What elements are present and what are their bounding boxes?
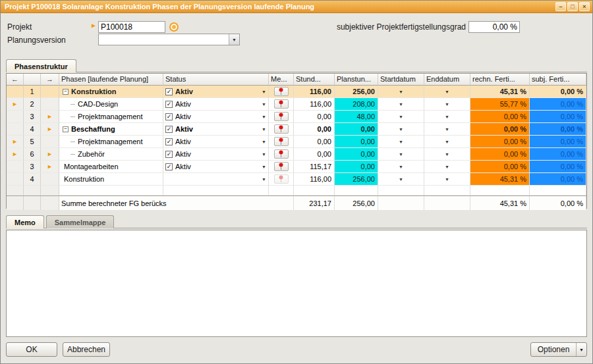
phase-cell[interactable]: − Konstruktion — [59, 86, 163, 98]
minimize-button[interactable]: – — [555, 2, 566, 11]
milestone-pin-button[interactable] — [274, 149, 289, 159]
plan-hours-cell[interactable]: 0,00 — [335, 148, 378, 161]
status-cell[interactable]: ▼ — [163, 173, 269, 186]
hours-cell[interactable]: 0,00 — [294, 136, 335, 148]
milestone-cell[interactable] — [269, 148, 294, 161]
move-left-cell[interactable] — [7, 86, 24, 98]
status-dropdown-icon[interactable]: ▼ — [262, 152, 266, 157]
table-row[interactable]: ► 6 ► Zubehör ✓ Aktiv ▼ 0,00 0,00 ▼ ▼ 0,… — [7, 148, 586, 161]
move-right-cell[interactable] — [41, 173, 59, 186]
row-number[interactable]: 5 — [24, 136, 41, 148]
table-row[interactable]: 1 − Konstruktion ✓ Aktiv ▼ 116,00 256,00… — [7, 86, 586, 98]
plan-hours-cell[interactable]: 256,00 — [335, 86, 378, 98]
status-cell[interactable]: ✓ Aktiv ▼ — [163, 123, 269, 136]
calc-completion-cell[interactable]: 0,00 % — [470, 123, 530, 136]
move-left-cell[interactable] — [7, 173, 24, 186]
status-cell[interactable]: ✓ Aktiv ▼ — [163, 136, 269, 148]
move-left-cell[interactable]: ► — [7, 148, 24, 161]
ok-button[interactable]: OK — [6, 342, 57, 357]
status-dropdown-icon[interactable]: ▼ — [262, 140, 266, 144]
start-date-cell[interactable]: ▼ — [378, 111, 424, 123]
subj-completion-cell[interactable]: 0,00 % — [530, 136, 586, 148]
link-arrow-icon[interactable]: ► — [12, 101, 18, 107]
plan-hours-cell[interactable]: 256,00 — [335, 173, 378, 186]
tab-sammelmappe[interactable]: Sammelmappe — [46, 215, 115, 228]
move-left-cell[interactable]: ► — [7, 98, 24, 111]
status-checkbox[interactable]: ✓ — [165, 101, 173, 108]
move-left-cell[interactable]: ► — [7, 136, 24, 148]
plan-hours-cell[interactable]: 208,00 — [335, 98, 378, 111]
start-date-cell[interactable]: ▼ — [378, 161, 424, 173]
end-date-cell[interactable]: ▼ — [424, 173, 470, 186]
milestone-pin-button[interactable] — [274, 112, 289, 121]
status-cell[interactable]: ✓ Aktiv ▼ — [163, 161, 269, 173]
start-date-cell[interactable]: ▼ — [378, 98, 424, 111]
phase-cell[interactable]: Projektmanagement — [59, 136, 163, 148]
status-checkbox[interactable]: ✓ — [165, 138, 173, 145]
milestone-cell[interactable] — [269, 173, 294, 186]
date-dropdown-icon[interactable]: ▼ — [399, 102, 403, 107]
collapse-icon[interactable]: − — [63, 89, 69, 95]
end-date-cell[interactable]: ▼ — [424, 86, 470, 98]
row-number[interactable]: 4 — [24, 173, 41, 186]
dropdown-button[interactable]: ▼ — [229, 34, 239, 45]
status-checkbox[interactable]: ✓ — [165, 88, 173, 95]
date-dropdown-icon[interactable]: ▼ — [445, 152, 449, 157]
milestone-cell[interactable] — [269, 86, 294, 98]
options-button[interactable]: Optionen ▼ — [530, 342, 587, 357]
tab-memo[interactable]: Memo — [6, 215, 44, 228]
row-number[interactable]: 4 — [24, 123, 41, 136]
row-number[interactable]: 2 — [24, 98, 41, 111]
milestone-pin-button[interactable] — [274, 124, 289, 134]
move-left-cell[interactable] — [7, 123, 24, 136]
calc-completion-cell[interactable]: 0,00 % — [470, 111, 530, 123]
status-dropdown-icon[interactable]: ▼ — [262, 115, 266, 119]
project-input[interactable] — [98, 21, 165, 33]
hours-cell[interactable]: 0,00 — [294, 123, 335, 136]
milestone-cell[interactable] — [269, 111, 294, 123]
date-dropdown-icon[interactable]: ▼ — [399, 115, 403, 119]
plan-hours-cell[interactable]: 0,00 — [335, 161, 378, 173]
tab-phasenstruktur[interactable]: Phasenstruktur — [6, 59, 76, 72]
phase-cell[interactable]: Konstruktion — [59, 173, 163, 186]
subj-completion-cell[interactable]: 0,00 % — [530, 161, 586, 173]
choose-from-list-icon[interactable] — [169, 22, 179, 32]
date-dropdown-icon[interactable]: ▼ — [399, 152, 403, 157]
table-row[interactable]: 4 Konstruktion ▼ 116,00 256,00 ▼ ▼ 45,31… — [7, 173, 586, 186]
row-number[interactable]: 3 — [24, 111, 41, 123]
subj-completion-cell[interactable]: 0,00 % — [530, 173, 586, 186]
move-right-cell[interactable] — [41, 136, 59, 148]
move-right-cell[interactable]: ► — [41, 161, 59, 173]
status-dropdown-icon[interactable]: ▼ — [262, 127, 266, 132]
phase-cell[interactable]: Montagearbeiten — [59, 161, 163, 173]
start-date-cell[interactable]: ▼ — [378, 173, 424, 186]
status-checkbox[interactable]: ✓ — [165, 151, 173, 158]
table-row[interactable]: 3 ► Montagearbeiten ✓ Aktiv ▼ 115,17 0,0… — [7, 161, 586, 173]
milestone-pin-button[interactable] — [274, 174, 289, 184]
status-cell[interactable]: ✓ Aktiv ▼ — [163, 86, 269, 98]
hours-cell[interactable]: 116,00 — [294, 86, 335, 98]
calc-completion-cell[interactable]: 0,00 % — [470, 148, 530, 161]
date-dropdown-icon[interactable]: ▼ — [445, 165, 449, 169]
milestone-pin-button[interactable] — [274, 137, 289, 146]
start-date-cell[interactable]: ▼ — [378, 148, 424, 161]
options-dropdown-icon[interactable]: ▼ — [576, 343, 586, 356]
end-date-cell[interactable]: ▼ — [424, 123, 470, 136]
date-dropdown-icon[interactable]: ▼ — [399, 90, 403, 94]
date-dropdown-icon[interactable]: ▼ — [445, 177, 449, 182]
memo-textarea[interactable] — [6, 230, 587, 337]
subj-completion-cell[interactable]: 0,00 % — [530, 123, 586, 136]
subj-completion-cell[interactable]: 0,00 % — [530, 148, 586, 161]
date-dropdown-icon[interactable]: ▼ — [399, 165, 403, 169]
phase-cell[interactable]: − Beschaffung — [59, 123, 163, 136]
phase-cell[interactable]: Projektmanagement — [59, 111, 163, 123]
date-dropdown-icon[interactable]: ▼ — [445, 127, 449, 132]
hours-cell[interactable]: 116,00 — [294, 173, 335, 186]
planning-version-input[interactable] — [99, 34, 229, 45]
maximize-button[interactable]: □ — [567, 2, 578, 11]
date-dropdown-icon[interactable]: ▼ — [399, 177, 403, 182]
end-date-cell[interactable]: ▼ — [424, 111, 470, 123]
start-date-cell[interactable]: ▼ — [378, 136, 424, 148]
calc-completion-cell[interactable]: 0,00 % — [470, 161, 530, 173]
hours-cell[interactable]: 0,00 — [294, 111, 335, 123]
